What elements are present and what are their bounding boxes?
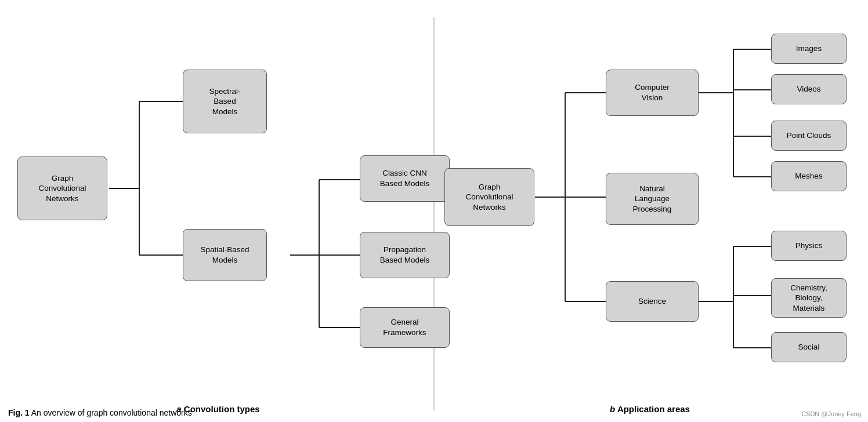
- node-spatial: Spatial-Based Models: [183, 229, 267, 281]
- fig-caption: Fig. 1 An overview of graph convolutiona…: [8, 408, 192, 417]
- node-cv: Computer Vision: [606, 70, 699, 116]
- node-science: Science: [606, 281, 699, 322]
- node-gcn-a: Graph Convolutional Networks: [17, 157, 107, 220]
- node-physics: Physics: [771, 231, 847, 261]
- main-container: Graph Convolutional Networks Spectral- B…: [0, 0, 868, 422]
- node-classic: Classic CNN Based Models: [360, 155, 450, 202]
- watermark: CSDN @Joney Feng: [801, 410, 861, 417]
- caption-b: b Application areas: [610, 404, 690, 416]
- divider: [433, 17, 435, 410]
- diagram-a-area: Graph Convolutional Networks Spectral- B…: [6, 12, 431, 399]
- diagram-b-section: Graph Convolutional Networks Computer Vi…: [437, 12, 862, 416]
- node-general: General Frameworks: [360, 307, 450, 348]
- node-propagation: Propagation Based Models: [360, 232, 450, 278]
- diagram-b-area: Graph Convolutional Networks Computer Vi…: [437, 12, 862, 399]
- diagram-a-section: Graph Convolutional Networks Spectral- B…: [6, 12, 431, 416]
- node-gcn-b: Graph Convolutional Networks: [444, 168, 534, 226]
- node-images: Images: [771, 34, 847, 64]
- node-videos: Videos: [771, 74, 847, 104]
- node-meshes: Meshes: [771, 161, 847, 191]
- node-chemistry: Chemistry, Biology, Materials: [771, 278, 847, 318]
- node-nlp: Natural Language Processing: [606, 173, 699, 225]
- node-pointclouds: Point Clouds: [771, 121, 847, 151]
- node-social: Social: [771, 332, 847, 362]
- node-spectral: Spectral- Based Models: [183, 70, 267, 133]
